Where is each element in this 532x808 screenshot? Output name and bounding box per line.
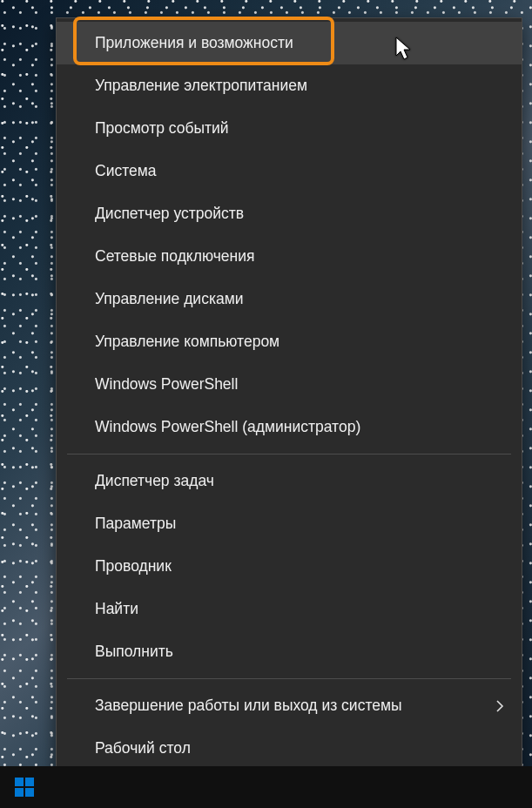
menu-item-settings[interactable]: Параметры: [57, 502, 522, 545]
menu-item-label: Найти: [95, 600, 138, 618]
menu-item-label: Рабочий стол: [95, 739, 191, 758]
menu-item-label: Управление компьютером: [95, 333, 279, 351]
menu-separator: [67, 454, 511, 454]
taskbar: [0, 766, 532, 808]
menu-item-computer-management[interactable]: Управление компьютером: [57, 320, 522, 363]
menu-item-label: Сетевые подключения: [95, 247, 254, 266]
menu-item-label: Диспетчер устройств: [95, 205, 244, 223]
menu-item-search[interactable]: Найти: [57, 588, 522, 630]
menu-item-label: Выполнить: [95, 643, 173, 661]
winx-context-menu: Приложения и возможности Управление элек…: [56, 17, 522, 778]
menu-item-label: Параметры: [95, 515, 176, 533]
menu-item-desktop[interactable]: Рабочий стол: [57, 727, 522, 770]
windows-logo-icon: [15, 778, 34, 797]
menu-item-label: Просмотр событий: [95, 119, 229, 138]
menu-item-label: Приложения и возможности: [95, 34, 293, 52]
menu-item-event-viewer[interactable]: Просмотр событий: [57, 107, 522, 150]
chevron-right-icon: [495, 699, 504, 713]
menu-item-run[interactable]: Выполнить: [57, 630, 522, 673]
menu-item-label: Управление дисками: [95, 290, 243, 308]
menu-item-system[interactable]: Система: [57, 150, 522, 192]
menu-item-label: Управление электропитанием: [95, 77, 307, 95]
menu-item-powershell[interactable]: Windows PowerShell: [57, 363, 522, 406]
menu-item-label: Проводник: [95, 557, 172, 576]
menu-item-network-connections[interactable]: Сетевые подключения: [57, 235, 522, 278]
menu-item-powershell-admin[interactable]: Windows PowerShell (администратор): [57, 406, 522, 448]
menu-item-label: Windows PowerShell (администратор): [95, 418, 360, 436]
menu-item-apps-and-features[interactable]: Приложения и возможности: [57, 22, 522, 64]
menu-item-power-options[interactable]: Управление электропитанием: [57, 64, 522, 107]
menu-item-device-manager[interactable]: Диспетчер устройств: [57, 192, 522, 235]
menu-item-label: Завершение работы или выход из системы: [95, 697, 402, 715]
menu-item-label: Windows PowerShell: [95, 375, 238, 394]
menu-item-shutdown-signout[interactable]: Завершение работы или выход из системы: [57, 684, 522, 727]
menu-item-label: Диспетчер задач: [95, 472, 214, 490]
menu-item-label: Система: [95, 162, 156, 180]
start-button[interactable]: [0, 766, 49, 808]
menu-item-task-manager[interactable]: Диспетчер задач: [57, 460, 522, 502]
menu-item-disk-management[interactable]: Управление дисками: [57, 278, 522, 320]
menu-item-file-explorer[interactable]: Проводник: [57, 545, 522, 588]
menu-separator: [67, 678, 511, 679]
